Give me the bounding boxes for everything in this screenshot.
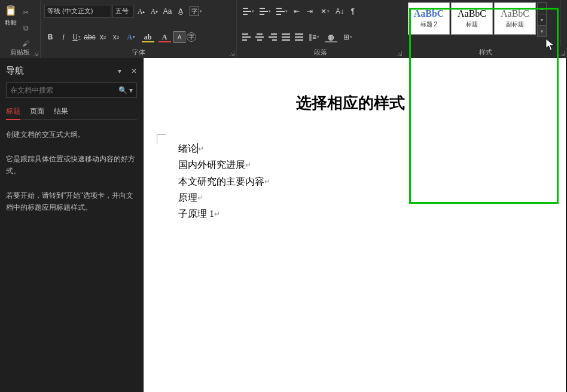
underline-button[interactable]: U (71, 31, 83, 43)
nav-help2: 它是跟踪具体位置或快速移动内容的好方式。 (6, 153, 137, 177)
nav-help-text: 创建文档的交互式大纲。 它是跟踪具体位置或快速移动内容的好方式。 若要开始，请转… (6, 128, 137, 214)
svg-rect-2 (8, 9, 13, 14)
text-effects-button[interactable]: A (123, 31, 139, 43)
style-name: 副标题 (506, 20, 524, 29)
nav-tab-results[interactable]: 结果 (54, 104, 68, 120)
clipboard-launcher[interactable] (33, 51, 38, 56)
styles-scroll-up[interactable]: ▴ (538, 3, 546, 14)
paragraph-group-label: 段落 (237, 47, 404, 58)
font-name-combo[interactable]: 等线 (中文正文) (44, 5, 111, 18)
doc-line: 国内外研究进展↵ (178, 157, 530, 173)
subscript-button[interactable]: x2 (97, 31, 109, 43)
nav-tabs: 标题 页面 结果 (6, 104, 137, 120)
phonetic-guide-button[interactable]: A̱ (175, 5, 187, 17)
nav-tab-pages[interactable]: 页面 (30, 104, 44, 120)
paragraph-group: ⇤ ⇥ ✕ A↓ ¶ ‖≡ ◍ ⊞ (237, 0, 404, 47)
change-case-button[interactable]: Aa (161, 5, 173, 17)
nav-close-button[interactable]: ✕ (131, 67, 137, 75)
char-shading-button[interactable]: A (173, 31, 185, 43)
line-spacing-button[interactable]: ‖≡ (306, 31, 322, 43)
styles-launcher[interactable] (559, 51, 565, 56)
bold-button[interactable]: B (44, 31, 56, 43)
font-group: 等线 (中文正文) 五号 A▴ A▾ Aa A̱ 字 B I U abc x2 … (41, 0, 237, 47)
font-size-combo[interactable]: 五号 (112, 5, 134, 18)
nav-search[interactable]: 🔍 ▾ (6, 82, 137, 98)
doc-line: 绪论↵ (178, 140, 530, 157)
nav-search-input[interactable] (10, 86, 118, 94)
styles-group: AaBbC 标题 2 AaBbC 标题 AaBbC 副标题 ▴ ▾ ▾ (404, 0, 561, 47)
styles-scroll: ▴ ▾ ▾ (537, 2, 547, 37)
style-name: 标题 (466, 20, 478, 29)
style-name: 标题 2 (420, 20, 437, 29)
multilevel-list-button[interactable] (274, 5, 289, 17)
clipboard-group-label: 剪贴板 (0, 47, 41, 58)
ribbon: 粘贴 ✂ ⧉ 🖌 等线 (中文正文) 五号 A▴ A▾ Aa A̱ 字 (0, 0, 567, 59)
cut-button[interactable]: ✂ (20, 7, 32, 19)
numbering-button[interactable] (257, 5, 273, 17)
increase-indent-button[interactable]: ⇥ (304, 5, 316, 17)
styles-group-label: 样式 (404, 47, 567, 58)
paste-button[interactable]: 粘贴 (2, 2, 20, 45)
nav-help3: 若要开始，请转到"开始"选项卡，并向文档中的标题应用标题样式。 (6, 189, 137, 214)
paragraph-launcher[interactable] (397, 51, 402, 56)
style-card-title[interactable]: AaBbC 标题 (451, 2, 493, 35)
show-formatting-button[interactable]: ¶ (347, 5, 359, 17)
align-center-button[interactable] (254, 31, 266, 43)
doc-title: 选择相应的样式 (171, 90, 530, 117)
clipboard-group: 粘贴 ✂ ⧉ 🖌 (0, 0, 41, 47)
align-left-button[interactable] (240, 31, 252, 43)
nav-title: 导航 (6, 65, 24, 76)
shading-button[interactable]: ◍ (323, 31, 339, 43)
copy-button[interactable]: ⧉ (20, 22, 32, 34)
nav-menu-dropdown[interactable]: ▾ (118, 67, 121, 75)
font-launcher[interactable] (229, 51, 234, 56)
bullets-button[interactable] (240, 5, 256, 17)
doc-line: 原理↵ (178, 189, 530, 206)
doc-line: 子原理 1↵ (178, 206, 530, 222)
font-color-button[interactable]: A (157, 31, 172, 43)
justify-button[interactable] (280, 31, 292, 43)
mouse-cursor-icon (545, 38, 556, 51)
style-sample: AaBbC (414, 8, 444, 19)
clear-formatting-button[interactable]: 字 (188, 5, 203, 17)
font-group-label: 字体 (41, 47, 237, 58)
superscript-button[interactable]: x2 (110, 31, 122, 43)
nav-tab-headings[interactable]: 标题 (6, 104, 20, 120)
align-right-button[interactable] (267, 31, 279, 43)
asian-layout-button[interactable]: ✕ (317, 5, 333, 17)
document-page[interactable]: 选择相应的样式 绪论↵ 国内外研究进展↵ 本文研究的主要内容↵ 原理↵ 子原理 … (144, 58, 566, 392)
paste-label: 粘贴 (5, 19, 17, 27)
grow-font-button[interactable]: A▴ (135, 5, 147, 17)
styles-gallery-more[interactable]: ▾ (538, 26, 546, 36)
nav-help1: 创建文档的交互式大纲。 (6, 128, 137, 140)
italic-button[interactable]: I (57, 31, 69, 43)
style-card-subtitle[interactable]: AaBbC 副标题 (494, 2, 536, 35)
strikethrough-button[interactable]: abc (84, 31, 96, 43)
style-sample: AaBbC (458, 8, 486, 19)
sort-button[interactable]: A↓ (334, 5, 346, 17)
navigation-pane: 导航 ▾ ✕ 🔍 ▾ 标题 页面 结果 创建文档的交互式大纲。 它是跟踪具体位置… (0, 58, 144, 392)
style-card-heading2[interactable]: AaBbC 标题 2 (408, 2, 450, 35)
highlight-color-button[interactable]: ab (140, 31, 156, 43)
search-icon[interactable]: 🔍 ▾ (118, 86, 133, 94)
doc-line: 本文研究的主要内容↵ (178, 173, 530, 189)
enclose-char-button[interactable]: 字 (187, 32, 196, 42)
decrease-indent-button[interactable]: ⇤ (291, 5, 303, 17)
style-sample: AaBbC (501, 8, 529, 19)
styles-scroll-down[interactable]: ▾ (538, 14, 546, 26)
svg-rect-1 (8, 5, 13, 8)
borders-button[interactable]: ⊞ (340, 31, 355, 43)
margin-corner-icon (157, 134, 166, 144)
shrink-font-button[interactable]: A▾ (148, 5, 160, 17)
distributed-button[interactable] (293, 31, 305, 43)
